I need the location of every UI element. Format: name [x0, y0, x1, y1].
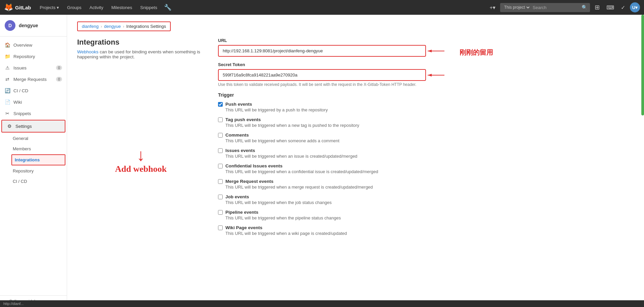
secret-token-input[interactable] [218, 69, 426, 81]
nav-activity[interactable]: Activity [86, 3, 107, 12]
add-webhook-section: ↓ Add webhook [77, 147, 205, 174]
url-input[interactable] [218, 45, 426, 57]
top-navigation: 🦊 GitLab Projects ▾ Groups Activity Mile… [0, 0, 644, 15]
gitlab-brand-name: GitLab [15, 5, 31, 10]
sidebar-item-settings[interactable]: ⚙ Settings [1, 120, 65, 133]
sidebar-navigation: 🏠 Overview 📁 Repository ⚠ Issues 0 ⇄ Mer… [0, 37, 67, 295]
projects-caret-icon: ▾ [57, 5, 59, 10]
home-icon: 🏠 [5, 42, 10, 48]
scrollbar[interactable] [641, 15, 644, 115]
sidebar-item-repository[interactable]: 📁 Repository [0, 51, 67, 62]
repository-icon: 📁 [5, 54, 10, 59]
event-comments: Comments This URL will be triggered when… [218, 133, 426, 143]
sidebar-user-avatar: D [5, 20, 15, 31]
merge-request-events-desc: This URL will be triggered when a merge … [225, 185, 426, 190]
breadcrumb-current: Integrations Settings [126, 24, 166, 29]
status-url: http://dianf... [3, 302, 24, 306]
breadcrumb-sep-1: › [101, 24, 102, 29]
pipeline-events-label[interactable]: Pipeline events [218, 210, 426, 215]
sidebar-sub-general[interactable]: General [0, 133, 67, 144]
push-events-label[interactable]: Push events [218, 102, 426, 107]
url-input-wrap [218, 45, 426, 57]
search-scope-select[interactable]: This project [503, 5, 531, 10]
url-label: URL [218, 38, 426, 43]
sidebar: D dengyue 🏠 Overview 📁 Repository ⚠ Issu… [0, 15, 67, 307]
merge-request-events-checkbox[interactable] [218, 179, 223, 184]
sidebar-item-overview[interactable]: 🏠 Overview [0, 39, 67, 51]
comments-label[interactable]: Comments [218, 133, 426, 138]
merge-request-events-label[interactable]: Merge Request events [218, 179, 426, 184]
gitlab-logo[interactable]: 🦊 GitLab [4, 3, 31, 12]
push-events-checkbox[interactable] [218, 102, 223, 107]
sidebar-sub-integrations[interactable]: Integrations [11, 154, 65, 165]
event-wiki-page-events: Wiki Page events This URL will be trigge… [218, 225, 426, 236]
sidebar-item-snippets[interactable]: ✂ Snippets [0, 108, 67, 119]
status-bar: http://dianf... [0, 300, 644, 307]
cicd-icon: 🔄 [5, 88, 10, 93]
nav-snippets[interactable]: Snippets [137, 3, 161, 12]
nav-projects[interactable]: Projects ▾ [37, 3, 63, 12]
url-arrow-icon [426, 48, 446, 54]
tag-push-events-desc: This URL will be triggered when a new ta… [225, 123, 426, 128]
token-arrow-icon [426, 72, 446, 79]
sidebar-sub-members[interactable]: Members [0, 144, 67, 154]
sidebar-toggle-button[interactable]: ⊞ [593, 2, 602, 12]
job-events-label[interactable]: Job events [218, 194, 426, 199]
tag-push-events-label[interactable]: Tag push events [218, 117, 426, 122]
nav-groups[interactable]: Groups [64, 3, 85, 12]
confidential-issues-label[interactable]: Confidential Issues events [218, 163, 426, 168]
sidebar-item-wiki[interactable]: 📄 Wiki [0, 96, 67, 108]
confidential-issues-desc: This URL will be triggered when a confid… [225, 169, 426, 174]
issues-badge: 0 [56, 65, 62, 70]
token-hint: Use this token to validate received payl… [218, 82, 426, 87]
plus-button[interactable]: +▾ [488, 3, 497, 12]
event-job-events: Job events This URL will be triggered wh… [218, 194, 426, 205]
wiki-page-events-checkbox[interactable] [218, 225, 223, 230]
webhooks-link[interactable]: Webhooks [77, 49, 99, 54]
integrations-title: Integrations [77, 38, 205, 47]
issues-icon: ⚠ [5, 65, 10, 70]
secret-token-field-group: Secret Token [218, 62, 426, 81]
issues-events-checkbox[interactable] [218, 148, 223, 153]
secret-token-input-wrap [218, 69, 426, 81]
snippets-icon: ✂ [5, 111, 10, 116]
keyboard-shortcut-button[interactable]: ⌨ [604, 3, 616, 12]
event-tag-push-events: Tag push events This URL will be trigger… [218, 117, 426, 128]
event-issues-events: Issues events This URL will be triggered… [218, 148, 426, 159]
terminal-button[interactable]: ✓ [619, 3, 627, 12]
integrations-description: Webhooks can be used for binding events … [77, 49, 205, 59]
annotation-liuyong: 刚刚的留用 [460, 48, 493, 57]
event-push-events: Push events This URL will be triggered b… [218, 102, 426, 112]
search-input[interactable] [533, 3, 580, 12]
confidential-issues-checkbox[interactable] [218, 164, 223, 168]
sidebar-sub-repository[interactable]: Repository [0, 166, 67, 176]
wiki-page-events-label[interactable]: Wiki Page events [218, 225, 426, 230]
pipeline-events-checkbox[interactable] [218, 210, 223, 215]
search-bar[interactable]: This project 🔍 [500, 3, 590, 12]
sidebar-sub-cicd[interactable]: CI / CD [0, 176, 67, 187]
comments-checkbox[interactable] [218, 133, 223, 138]
issues-events-label[interactable]: Issues events [218, 148, 426, 153]
push-events-desc: This URL will be triggered by a push to … [225, 107, 426, 112]
secret-token-label: Secret Token [218, 62, 426, 67]
settings-sub-menu: General Members Integrations Repository … [0, 133, 67, 187]
add-webhook-label: Add webhook [115, 164, 167, 174]
settings-icon: ⚙ [7, 123, 12, 129]
sidebar-item-merge-requests[interactable]: ⇄ Merge Requests 0 [0, 73, 67, 85]
job-events-checkbox[interactable] [218, 195, 223, 199]
event-merge-request-events: Merge Request events This URL will be tr… [218, 179, 426, 190]
job-events-desc: This URL will be triggered when the job … [225, 200, 426, 205]
merge-requests-icon: ⇄ [5, 76, 10, 82]
url-field-group: URL [218, 38, 426, 57]
sidebar-item-cicd[interactable]: 🔄 CI / CD [0, 85, 67, 96]
user-avatar-button[interactable]: U▾ [630, 2, 640, 12]
sidebar-item-issues[interactable]: ⚠ Issues 0 [0, 62, 67, 73]
integrations-left-panel: Integrations Webhooks can be used for bi… [77, 38, 205, 241]
sidebar-user-section: D dengyue [0, 15, 67, 37]
event-confidential-issues: Confidential Issues events This URL will… [218, 163, 426, 174]
breadcrumb-dianfeng[interactable]: dianfeng [82, 24, 99, 29]
breadcrumb-dengyue[interactable]: dengyue [104, 24, 121, 29]
nav-milestones[interactable]: Milestones [108, 3, 136, 12]
tag-push-events-checkbox[interactable] [218, 117, 223, 122]
comments-desc: This URL will be triggered when someone … [225, 138, 426, 143]
